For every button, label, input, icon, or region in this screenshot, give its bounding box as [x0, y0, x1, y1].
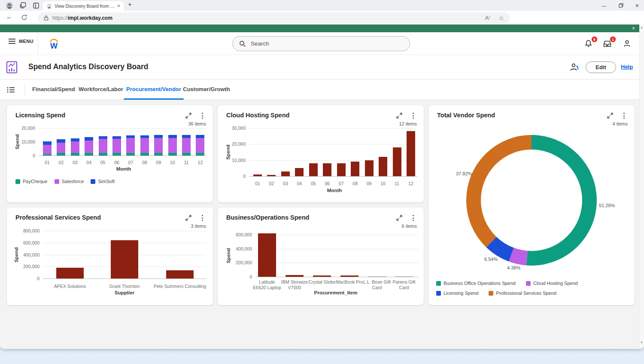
bar-06[interactable] — [112, 153, 121, 156]
window-restore-button[interactable] — [619, 3, 623, 8]
bar-01[interactable] — [43, 154, 52, 156]
back-icon[interactable]: ← — [6, 13, 13, 21]
bar-04[interactable] — [85, 141, 93, 153]
browser-tab[interactable]: W View Discovery Board from Work × — [43, 1, 124, 11]
read-aloud-icon[interactable]: A⁾ — [485, 15, 490, 21]
bar-L.L. Bean Gift Card[interactable] — [368, 276, 386, 277]
scroll-up-icon[interactable]: ▲ — [640, 26, 643, 29]
bar-08[interactable] — [140, 135, 149, 138]
x-axis-tick-label: MacBook Pro — [335, 279, 364, 285]
bar-07[interactable] — [337, 163, 346, 176]
bar-04[interactable] — [85, 153, 93, 156]
bar-Latitude E6520 Laptop[interactable] — [258, 233, 276, 277]
profile-button[interactable] — [623, 39, 633, 49]
bar-01[interactable] — [43, 145, 52, 154]
tab-financial-spend[interactable]: Financial/Spend — [30, 80, 78, 100]
bar-03[interactable] — [71, 138, 79, 141]
tab-list-icon[interactable] — [7, 87, 15, 93]
tab-close-icon[interactable]: × — [117, 3, 120, 9]
bar-IBM Storwize V7000[interactable] — [286, 275, 304, 277]
bar-05[interactable] — [99, 139, 107, 153]
bar-04[interactable] — [295, 168, 304, 176]
bar-11[interactable] — [182, 138, 191, 153]
bar-07[interactable] — [126, 135, 135, 138]
bar-10[interactable] — [168, 135, 177, 138]
bar-06[interactable] — [112, 139, 121, 153]
bar-Crystal Globe[interactable] — [313, 275, 331, 277]
inbox-button[interactable]: 1 — [602, 39, 613, 49]
search-input[interactable]: Search — [232, 36, 410, 51]
tab-workforce-labor[interactable]: Workforce/Labor — [76, 80, 126, 100]
help-link[interactable]: Help — [621, 64, 633, 70]
url-bar[interactable]: https://impl.workday.com A⁾ ☆ — [38, 12, 510, 23]
tab-actions-icon[interactable] — [33, 3, 39, 9]
legend-item[interactable]: Cloud Hosting Spend — [526, 281, 578, 286]
bar-06[interactable] — [112, 136, 121, 139]
workday-logo[interactable]: W — [48, 37, 60, 50]
bar-02[interactable] — [57, 153, 65, 156]
bar-12[interactable] — [196, 135, 204, 138]
bar-03[interactable] — [71, 153, 79, 156]
bar-01[interactable] — [253, 174, 262, 176]
bar-Pete Summers Consulting[interactable] — [166, 270, 194, 278]
bar-08[interactable] — [140, 138, 149, 153]
tab-procurement-vendor[interactable]: Procurement/Vendor — [124, 80, 184, 100]
bar-05[interactable] — [309, 163, 318, 176]
legend-item[interactable]: Licensing Spend — [436, 291, 478, 296]
bar-MacBook Pro[interactable] — [340, 275, 358, 277]
bar-09[interactable] — [154, 153, 163, 156]
edit-button[interactable]: Edit — [586, 61, 616, 73]
tab-customer-growth[interactable]: Customer/Growth — [180, 80, 233, 100]
page-scrollbar[interactable]: ▲ ▼ — [639, 24, 644, 349]
bar-01[interactable] — [43, 141, 52, 145]
bar-12[interactable] — [407, 131, 415, 176]
bar-08[interactable] — [140, 153, 149, 156]
bar-10[interactable] — [379, 157, 387, 176]
browser-window: W View Discovery Board from Work × + — ×… — [0, 0, 644, 349]
bar-05[interactable] — [99, 153, 107, 156]
bar-11[interactable] — [182, 153, 191, 156]
refresh-icon[interactable] — [21, 14, 27, 21]
menu-button[interactable]: MENU — [9, 39, 33, 44]
share-people-icon[interactable] — [569, 62, 580, 72]
bar-09[interactable] — [365, 160, 374, 176]
workspaces-icon[interactable] — [20, 2, 26, 9]
bar-Panera Gift Card[interactable] — [395, 276, 413, 277]
browser-profile-icon[interactable] — [6, 2, 13, 9]
bar-11[interactable] — [393, 147, 401, 176]
bar-03[interactable] — [71, 141, 79, 153]
bar-10[interactable] — [168, 153, 177, 156]
bar-08[interactable] — [351, 162, 359, 176]
favorite-star-icon[interactable]: ☆ — [498, 15, 504, 21]
scroll-down-icon[interactable]: ▼ — [640, 341, 643, 344]
svg-text:W: W — [48, 6, 51, 9]
legend-item[interactable]: Business Office Operations Spend — [436, 281, 516, 286]
window-minimize-button[interactable]: — — [602, 3, 607, 8]
legend-item[interactable]: Professional Services Spend — [489, 291, 556, 296]
banner-close-icon[interactable]: × — [632, 25, 635, 32]
bar-APEX Solutions[interactable] — [56, 268, 84, 278]
new-tab-button[interactable]: + — [128, 0, 132, 8]
bar-02[interactable] — [57, 139, 65, 143]
bar-07[interactable] — [126, 138, 135, 153]
bar-Grant Thornton[interactable] — [111, 240, 138, 278]
bar-05[interactable] — [99, 136, 107, 139]
bar-07[interactable] — [126, 153, 135, 156]
bar-11[interactable] — [182, 135, 191, 138]
bar-06[interactable] — [323, 163, 331, 176]
legend-item[interactable]: Salesforce — [55, 179, 84, 184]
x-axis-tick-label: Latitude E6520 Laptop — [252, 279, 282, 291]
legend-item[interactable]: PayCheque — [15, 179, 48, 184]
bar-12[interactable] — [196, 153, 204, 156]
legend-item[interactable]: SimSoft — [91, 179, 115, 184]
bar-12[interactable] — [196, 138, 204, 153]
bar-04[interactable] — [85, 137, 93, 140]
bar-02[interactable] — [267, 175, 276, 176]
bar-09[interactable] — [154, 135, 163, 138]
notifications-button[interactable]: 9 — [584, 39, 594, 49]
bar-02[interactable] — [57, 143, 65, 153]
window-close-button[interactable]: × — [635, 2, 639, 9]
bar-10[interactable] — [168, 138, 177, 153]
bar-09[interactable] — [154, 138, 163, 153]
bar-03[interactable] — [281, 171, 290, 176]
